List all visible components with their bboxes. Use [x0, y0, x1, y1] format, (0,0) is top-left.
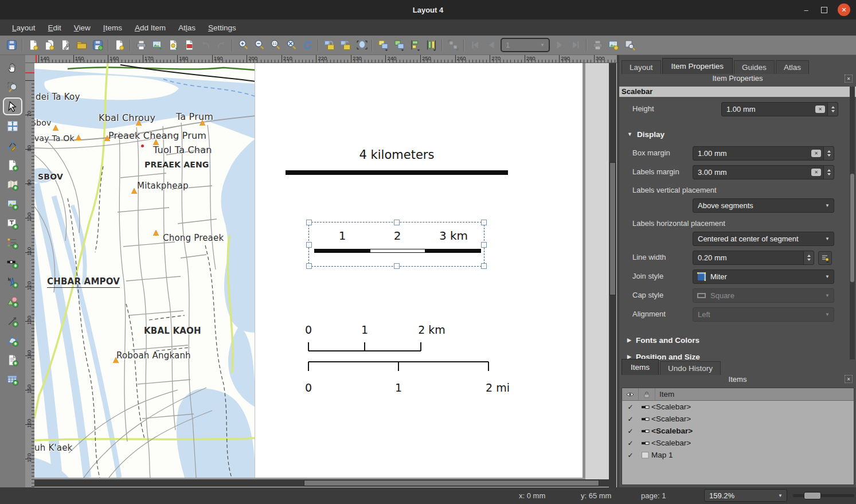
- tab-undo-history[interactable]: Undo History: [660, 361, 721, 375]
- duplicate-layout-button[interactable]: [41, 37, 57, 53]
- vertical-scrollbar-thumb[interactable]: [609, 162, 616, 295]
- spinner-arrows[interactable]: [827, 103, 838, 116]
- save-project-button[interactable]: [3, 37, 19, 53]
- export-svg-button[interactable]: [165, 37, 181, 53]
- menu-add-item[interactable]: Add Item: [128, 21, 172, 34]
- zoom-full-button[interactable]: [283, 37, 299, 53]
- maximize-icon[interactable]: ▢: [821, 7, 827, 13]
- tab-atlas[interactable]: Atlas: [776, 60, 809, 74]
- selection-handle[interactable]: [306, 242, 312, 248]
- select-move-tool-button[interactable]: [3, 97, 22, 115]
- atlas-preview-button[interactable]: [622, 37, 638, 53]
- item-row[interactable]: ✓Map 1: [622, 449, 854, 461]
- horizontal-scrollbar-thumb[interactable]: [304, 480, 599, 486]
- add-north-tool-button[interactable]: [3, 273, 22, 291]
- spinner-arrows[interactable]: [803, 251, 814, 264]
- visibility-checkbox[interactable]: ✓: [622, 415, 639, 423]
- select-items-button[interactable]: [353, 37, 369, 53]
- export-pdf-button[interactable]: [181, 37, 197, 53]
- zoom-slider-thumb[interactable]: [804, 492, 821, 499]
- selection-handle[interactable]: [481, 242, 487, 248]
- minimize-icon[interactable]: –: [802, 6, 811, 14]
- move-content-tool-button[interactable]: [3, 117, 22, 135]
- zoom-in-button[interactable]: [235, 37, 251, 53]
- zoom-level-combo[interactable]: 159.2% ▼: [704, 489, 787, 502]
- export-atlas-button[interactable]: [605, 37, 622, 53]
- scalebar-numeric-item[interactable]: 4 kilometers: [286, 148, 508, 177]
- scalebar-dual-item[interactable]: 0 1 2 km 0 1 2 mi: [292, 315, 510, 396]
- properties-scrollbar-thumb[interactable]: [850, 174, 854, 282]
- menu-layout[interactable]: Layout: [6, 21, 42, 34]
- selection-handle[interactable]: [481, 263, 487, 269]
- tab-guides[interactable]: Guides: [734, 60, 775, 74]
- scalebar-selected-item[interactable]: 1 2 3 km: [308, 222, 484, 267]
- item-row[interactable]: ✓<Scalebar>: [622, 425, 854, 437]
- lock-items-button[interactable]: [321, 37, 337, 53]
- pan-tool-button[interactable]: [3, 58, 22, 76]
- zoom-slider[interactable]: [793, 494, 854, 497]
- lower-items-button[interactable]: [391, 37, 407, 53]
- raise-items-button[interactable]: [375, 37, 391, 53]
- selection-handle[interactable]: [394, 263, 400, 269]
- add-page-tool-button[interactable]: [3, 156, 22, 174]
- visibility-checkbox[interactable]: ✓: [622, 439, 639, 447]
- new-layout-button[interactable]: [25, 37, 41, 53]
- add-arrow-tool-button[interactable]: [3, 312, 22, 330]
- clear-field-icon[interactable]: ✕: [811, 150, 821, 157]
- item-row[interactable]: ✓<Scalebar>: [622, 413, 854, 425]
- visibility-checkbox[interactable]: ✓: [622, 451, 639, 459]
- labels-horizontal-combo[interactable]: Centered at center of segment ▼: [693, 232, 834, 246]
- tab-item-properties[interactable]: Item Properties: [662, 58, 733, 74]
- clear-field-icon[interactable]: ✕: [815, 106, 825, 113]
- selection-handle[interactable]: [306, 220, 312, 225]
- selection-handle[interactable]: [394, 220, 400, 225]
- canvas-horizontal-scrollbar[interactable]: [34, 479, 609, 487]
- join-style-combo[interactable]: Miter ▼: [693, 269, 834, 284]
- tab-items[interactable]: Items: [622, 359, 659, 375]
- zoom-actual-button[interactable]: 1:1: [267, 37, 283, 53]
- unlock-items-button[interactable]: [337, 37, 353, 53]
- labels-vertical-combo[interactable]: Above segments ▼: [693, 198, 834, 213]
- add-label-tool-button[interactable]: [3, 214, 22, 232]
- print-button[interactable]: [133, 37, 149, 53]
- add-map-tool-button[interactable]: [3, 175, 22, 193]
- selection-handle[interactable]: [481, 220, 487, 225]
- add-html-tool-button[interactable]: [3, 351, 22, 369]
- labels-margin-spinbox[interactable]: 3.00 mm ✕: [693, 165, 834, 179]
- edit-nodes-tool-button[interactable]: [3, 136, 22, 154]
- display-group-header[interactable]: ▼ Display: [627, 128, 665, 140]
- refresh-button[interactable]: [299, 37, 315, 53]
- clear-field-icon[interactable]: ✕: [811, 169, 821, 176]
- height-spinbox[interactable]: 1.00 mm ✕: [721, 102, 838, 116]
- menu-view[interactable]: View: [68, 21, 97, 34]
- zoom-region-tool-button[interactable]: [3, 78, 22, 96]
- add-attribute-table-tool-button[interactable]: [3, 370, 22, 388]
- item-row[interactable]: ✓<Scalebar>: [622, 437, 854, 449]
- titlebar[interactable]: Layout 4 – ▢ ✕: [0, 0, 856, 19]
- visibility-checkbox[interactable]: ✓: [622, 427, 639, 435]
- spinner-arrows[interactable]: [823, 147, 834, 160]
- open-layout-button[interactable]: [73, 37, 89, 53]
- close-panel-icon[interactable]: ✕: [845, 75, 853, 83]
- menu-edit[interactable]: Edit: [42, 21, 68, 34]
- close-panel-icon[interactable]: ✕: [845, 375, 853, 383]
- add-shape-tool-button[interactable]: [3, 292, 22, 310]
- position-size-group-header[interactable]: ▶ Position and Size: [627, 351, 700, 360]
- fonts-colors-group-header[interactable]: ▶ Fonts and Colors: [627, 334, 699, 346]
- menu-settings[interactable]: Settings: [202, 21, 243, 34]
- spinner-arrows[interactable]: [823, 166, 834, 179]
- distribute-items-button[interactable]: [423, 37, 439, 53]
- canvas-vertical-scrollbar[interactable]: [609, 63, 616, 487]
- menu-atlas[interactable]: Atlas: [172, 21, 202, 34]
- menu-items[interactable]: Items: [97, 21, 128, 34]
- selection-handle[interactable]: [306, 263, 312, 269]
- properties-scrollbar[interactable]: [850, 87, 855, 360]
- item-row[interactable]: ✓<Scalebar>: [622, 401, 854, 413]
- add-node-item-tool-button[interactable]: [3, 331, 22, 349]
- layout-manager-button[interactable]: [57, 37, 73, 53]
- visibility-checkbox[interactable]: ✓: [622, 403, 639, 411]
- zoom-out-button[interactable]: [251, 37, 267, 53]
- line-width-spinbox[interactable]: 0.20 mm: [693, 251, 814, 265]
- box-margin-spinbox[interactable]: 1.00 mm ✕: [693, 146, 834, 161]
- close-icon[interactable]: ✕: [838, 3, 850, 16]
